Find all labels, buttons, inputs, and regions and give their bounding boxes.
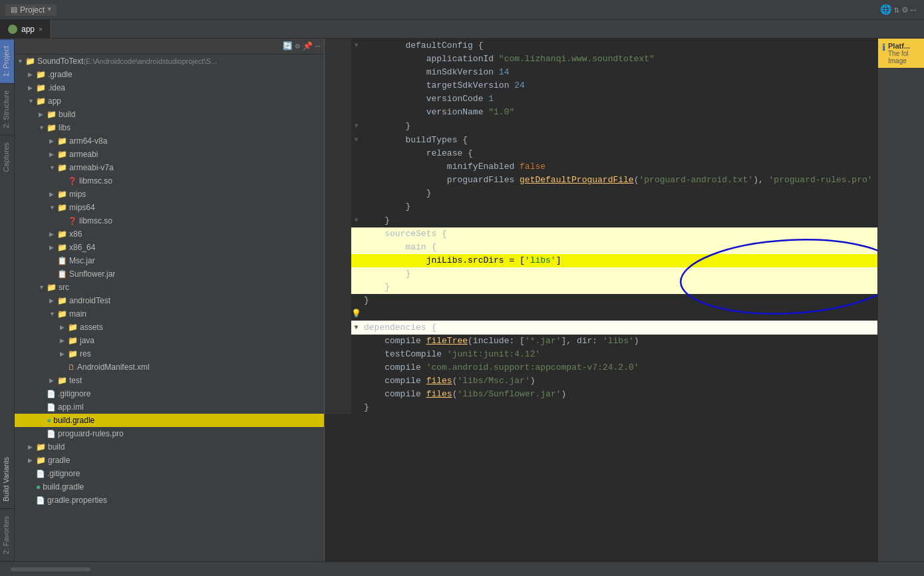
status-bar [0,561,924,576]
list-item[interactable]: ▼ 📁 src [15,281,324,294]
list-item[interactable]: ▼ 📁 main [15,307,324,321]
list-item[interactable]: 📋 Msc.jar [15,254,324,267]
tab-close-btn[interactable]: ✕ [39,25,43,33]
notification-title: Platf... [888,42,910,50]
table-row: ▼ defaultConfig { [325,39,877,53]
table-row: versionName "1.0" [325,106,877,119]
table-row: } [325,401,877,414]
list-item[interactable]: 📄 .gitignore [15,467,324,480]
collapse-icon[interactable]: ↔ [911,5,916,15]
table-row: ▼ } [325,119,877,133]
ide-window: ▤ Project ▼ 🌐 ⇅ ⚙ ↔ app ✕ 1: Project 2: … [0,0,924,576]
list-item[interactable]: ▼ 📁 app [15,94,324,108]
jni-libs-line: jniLibs.srcDirs = ['libs'] [325,254,877,267]
table-row: targetSdkVersion 24 [325,79,877,92]
list-item[interactable]: ▶ 📁 mips [15,188,324,201]
list-item[interactable]: ● build.gradle [15,480,324,494]
notification-line1: The fol [888,50,910,57]
list-item[interactable]: ▶ 📁 assets [15,321,324,334]
fold-btn[interactable]: ▼ [354,122,358,130]
table-row: ▼ buildTypes { [325,133,877,147]
hint-line: 💡 [325,307,877,321]
app-tab[interactable]: app ✕ [0,20,51,39]
list-item[interactable]: ▶ 📁 arm64-v8a [15,134,324,148]
table-row: versionCode 1 [325,92,877,106]
list-item[interactable]: ▶ 📁 x86_64 [15,241,324,254]
table-row: release { [325,147,877,160]
table-row: minifyEnabled false [325,160,877,174]
sidebar-item-structure[interactable]: 2: Structure [0,83,14,135]
sidebar-item-favorites[interactable]: 2: Favorites [0,509,14,561]
notification-bar[interactable]: ℹ Platf... The fol Image [878,39,924,68]
list-item[interactable]: 📄 gradle.properties [15,494,324,507]
list-item[interactable]: ▶ 📁 test [15,374,324,387]
fold-btn[interactable]: ▼ [354,324,358,331]
left-tool-panel: 1: Project 2: Structure Captures Build V… [0,39,15,561]
scroll-bar[interactable] [11,567,90,571]
sync-icon[interactable]: 🌐 [880,4,891,15]
table-row: minSdkVersion 14 [325,66,877,79]
sidebar-item-build-variants[interactable]: Build Variants [0,450,14,509]
table-row: } [325,200,877,214]
list-item[interactable]: ▶ 📁 androidTest [15,294,324,307]
list-item[interactable]: ▼ 📁 SoundToText (E:\Androidcode\androids… [15,55,324,68]
project-dropdown[interactable]: ▤ Project ▼ [5,4,57,16]
list-item[interactable]: ▶ 📁 gradle [15,454,324,467]
sidebar-item-captures[interactable]: Captures [0,135,14,179]
list-item[interactable]: ▶ 📁 .gradle [15,68,324,81]
code-editor[interactable]: ▼ defaultConfig { applicationId "com.liz… [325,39,877,561]
code-content: ▼ defaultConfig { applicationId "com.liz… [325,39,877,561]
table-row: applicationId "com.lizhanqi.www.soundtot… [325,53,877,66]
table-row: testCompile 'junit:junit:4.12' [325,348,877,361]
table-row: proguardFiles getDefaultProguardFile('pr… [325,174,877,187]
list-item[interactable]: 📋 Sunflower.jar [15,267,324,281]
list-item[interactable]: ▶ 📁 res [15,347,324,360]
settings-icon[interactable]: ⚙ [902,4,907,15]
tree-tool-3[interactable]: 📌 [303,41,313,51]
list-item[interactable]: ▶ 📁 x86 [15,227,324,241]
source-sets-line: sourceSets { [325,227,877,241]
build-gradle-item[interactable]: ● build.gradle [15,414,324,427]
list-item[interactable]: ▶ 📁 build [15,108,324,121]
project-label: Project [20,5,45,15]
tree-tool-4[interactable]: ↔ [315,42,320,51]
fold-btn[interactable]: ▼ [354,217,358,224]
notification-line2: Image [888,57,910,65]
list-item[interactable]: ❓ libmsc.so [15,214,324,227]
list-item[interactable]: 📄 proguard-rules.pro [15,427,324,440]
list-item[interactable]: ❓ libmsc.so [15,174,324,188]
table-row: } [325,187,877,200]
fold-btn[interactable]: ▼ [354,136,358,144]
list-item[interactable]: ▼ 📁 armeabi-v7a [15,161,324,174]
table-row: compile files('libs/Sunflower.jar') [325,388,877,401]
list-item[interactable]: ▼ 📁 libs [15,121,324,134]
list-item[interactable]: 📄 app.iml [15,400,324,414]
table-row: ▼ } [325,214,877,227]
sidebar-item-project[interactable]: 1: Project [0,39,14,83]
table-row: main { [325,241,877,254]
fold-btn[interactable]: ▼ [354,42,358,49]
list-item[interactable]: 📄 .gitignore [15,387,324,400]
list-item[interactable]: 🗋 AndroidManifest.xml [15,360,324,374]
tree-tool-2[interactable]: ⚙ [295,41,300,51]
project-tree-panel: 🔄 ⚙ 📌 ↔ ▼ 📁 SoundToText (E:\Androidcode\… [15,39,325,561]
list-item[interactable]: ▶ 📁 armeabi [15,148,324,161]
table-row: compile files('libs/Msc.jar') [325,374,877,388]
dependencies-line: ▼ dependencies { [325,321,877,335]
arrow-icon[interactable]: ⇅ [894,4,899,15]
list-item[interactable]: ▶ 📁 build [15,440,324,454]
tab-label: app [21,25,35,34]
table-row: } [325,294,877,307]
table-row: compile fileTree(include: ['*.jar'], dir… [325,335,877,348]
notification-panel: ℹ Platf... The fol Image [877,39,924,561]
table-row: } [325,267,877,281]
list-item[interactable]: ▼ 📁 mips64 [15,201,324,214]
list-item[interactable]: ▶ 📁 .idea [15,81,324,94]
table-row: compile 'com.android.support:appcompat-v… [325,361,877,374]
table-row: } [325,281,877,294]
info-icon: ℹ [882,42,885,53]
file-tree: ▼ 📁 SoundToText (E:\Androidcode\androids… [15,55,324,561]
list-item[interactable]: ▶ 📁 java [15,334,324,347]
tree-tool-1[interactable]: 🔄 [283,41,293,51]
